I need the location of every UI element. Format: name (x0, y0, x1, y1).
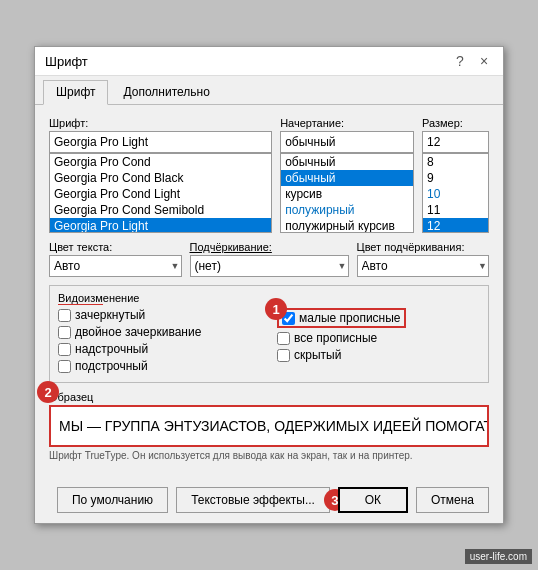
checkbox-subscript-input[interactable] (58, 360, 71, 373)
list-item-selected[interactable]: Georgia Pro Light (50, 218, 271, 233)
list-item[interactable]: Georgia Pro Cond Semibold (50, 202, 271, 218)
checkbox-all-caps-input[interactable] (277, 332, 290, 345)
ok-button[interactable]: ОК (338, 487, 408, 513)
style-input[interactable] (280, 131, 414, 153)
color-label: Цвет текста: (49, 241, 182, 253)
underline-select[interactable]: (нет) (190, 255, 349, 277)
list-item[interactable]: 9 (423, 170, 488, 186)
size-list[interactable]: 8 9 10 11 12 (422, 153, 489, 233)
underline-column: Подчёркивание: (нет) ▼ (190, 241, 349, 277)
watermark: user-life.com (465, 549, 532, 564)
list-item[interactable]: Georgia Pro Cond Light (50, 186, 271, 202)
list-item[interactable]: Georgia Pro Cond Black (50, 170, 271, 186)
style-column: Начертание: обычный обычный курсив полуж… (280, 117, 414, 233)
footer: По умолчанию Текстовые эффекты... 3 ОК О… (35, 481, 503, 523)
checkbox-zacherknuty-label: зачеркнутый (75, 308, 145, 322)
preview-box: МЫ — ГРУППА ЭНТУЗИАСТОВ, ОДЕРЖИМЫХ ИДЕЕЙ… (49, 405, 489, 447)
list-item-selected[interactable]: обычный (281, 170, 413, 186)
checkbox-zacherknuty-input[interactable] (58, 309, 71, 322)
title-icons: ? × (451, 53, 493, 69)
vid-col-right: 1 малые прописные все прописные скрытый (277, 308, 480, 376)
underline-color-select-wrapper: Авто ▼ (357, 255, 490, 277)
size-column: Размер: 8 9 10 11 12 (422, 117, 489, 233)
checkbox-subscript: подстрочный (58, 359, 261, 373)
default-button[interactable]: По умолчанию (57, 487, 168, 513)
checkbox-hidden-input[interactable] (277, 349, 290, 362)
help-icon[interactable]: ? (451, 53, 469, 69)
list-item[interactable]: 11 (423, 202, 488, 218)
checkbox-superscript-input[interactable] (58, 343, 71, 356)
title-bar: Шрифт ? × (35, 47, 503, 76)
checkbox-hidden-label: скрытый (294, 348, 341, 362)
preview-note: Шрифт TrueType. Он используется для выво… (49, 450, 489, 461)
list-item[interactable]: 8 (423, 154, 488, 170)
font-list[interactable]: Georgia Pro Cond Georgia Pro Cond Black … (49, 153, 272, 233)
tab-advanced[interactable]: Дополнительно (110, 80, 222, 104)
underline-color-label: Цвет подчёркивания: (357, 241, 490, 253)
underline-color-column: Цвет подчёркивания: Авто ▼ (357, 241, 490, 277)
list-item[interactable]: Georgia Pro Cond (50, 154, 271, 170)
close-icon[interactable]: × (475, 53, 493, 69)
color-select-wrapper: Авто ▼ (49, 255, 182, 277)
checkbox-small-caps: 1 малые прописные (277, 308, 480, 328)
list-item[interactable]: полужирный (281, 202, 413, 218)
checkbox-small-caps-label: малые прописные (299, 311, 401, 325)
font-input[interactable] (49, 131, 272, 153)
underline-color-select[interactable]: Авто (357, 255, 490, 277)
list-item[interactable]: 10 (423, 186, 488, 202)
circle-2: 2 (37, 381, 59, 403)
tab-font[interactable]: Шрифт (43, 80, 108, 105)
preview-section: 2 Образец МЫ — ГРУППА ЭНТУЗИАСТОВ, ОДЕРЖ… (49, 391, 489, 461)
font-column: Шрифт: Georgia Pro Cond Georgia Pro Cond… (49, 117, 272, 233)
checkbox-hidden: скрытый (277, 348, 480, 362)
checkbox-all-caps: все прописные (277, 331, 480, 345)
font-dialog: Шрифт ? × Шрифт Дополнительно Шрифт: Geo… (34, 46, 504, 524)
style-list[interactable]: обычный обычный курсив полужирный полужи… (280, 153, 414, 233)
cancel-button[interactable]: Отмена (416, 487, 489, 513)
checkbox-double-input[interactable] (58, 326, 71, 339)
checkbox-superscript-label: надстрочный (75, 342, 148, 356)
checkbox-subscript-label: подстрочный (75, 359, 148, 373)
vidoizmenenie-section: Видоизменение зачеркнутый двойное зачерк… (49, 285, 489, 383)
font-label: Шрифт: (49, 117, 272, 129)
color-column: Цвет текста: Авто ▼ (49, 241, 182, 277)
list-item[interactable]: курсив (281, 186, 413, 202)
style-label: Начертание: (280, 117, 414, 129)
color-select[interactable]: Авто (49, 255, 182, 277)
small-caps-highlight: малые прописные (277, 308, 406, 328)
effects-button[interactable]: Текстовые эффекты... (176, 487, 330, 513)
vid-col-left: зачеркнутый двойное зачеркивание надстро… (58, 308, 261, 376)
underline-select-wrapper: (нет) ▼ (190, 255, 349, 277)
checkbox-double-label: двойное зачеркивание (75, 325, 201, 339)
list-item-selected[interactable]: 12 (423, 218, 488, 233)
dialog-title: Шрифт (45, 54, 88, 69)
size-label: Размер: (422, 117, 489, 129)
dialog-content: Шрифт: Georgia Pro Cond Georgia Pro Cond… (35, 105, 503, 481)
checkbox-zacherknuty: зачеркнутый (58, 308, 261, 322)
checkbox-superscript: надстрочный (58, 342, 261, 356)
preview-label: Образец (49, 391, 489, 403)
circle-1: 1 (265, 298, 287, 320)
tabs: Шрифт Дополнительно (35, 76, 503, 105)
ok-wrapper: 3 ОК (338, 487, 408, 513)
list-item[interactable]: полужирный курсив (281, 218, 413, 233)
top-row: Шрифт: Georgia Pro Cond Georgia Pro Cond… (49, 117, 489, 233)
list-item[interactable]: обычный (281, 154, 413, 170)
underline-label: Подчёркивание: (190, 241, 349, 253)
size-input[interactable] (422, 131, 489, 153)
checkbox-double: двойное зачеркивание (58, 325, 261, 339)
color-underline-row: Цвет текста: Авто ▼ Подчёркивание: (нет)… (49, 241, 489, 277)
checkbox-all-caps-label: все прописные (294, 331, 377, 345)
vid-columns: зачеркнутый двойное зачеркивание надстро… (58, 308, 480, 376)
